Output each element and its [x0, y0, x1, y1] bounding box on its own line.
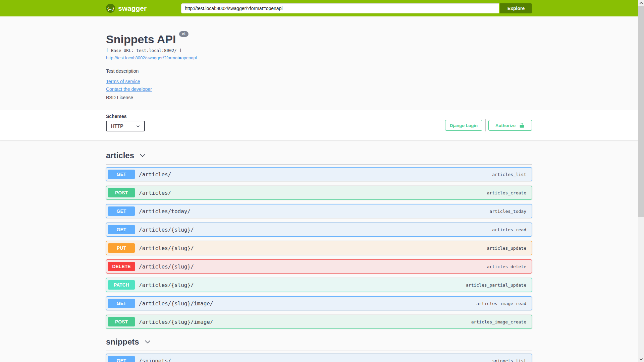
method-badge: POST	[108, 188, 135, 197]
operation-path: /articles/	[139, 190, 171, 196]
chevron-down-icon[interactable]	[144, 338, 151, 346]
operation-row[interactable]: PUT /articles/{slug}/ articles_update	[106, 241, 532, 255]
operation-row[interactable]: GET /articles/{slug}/ articles_read	[106, 223, 532, 237]
operation-id: articles_image_read	[476, 301, 526, 306]
tag-title: snippets	[106, 337, 139, 347]
django-login-button[interactable]: Django Login	[445, 120, 482, 131]
operation-row[interactable]: POST /articles/ articles_create	[106, 186, 532, 200]
info-section: Snippets APIv1 [ Base URL: test.local:80…	[106, 16, 532, 100]
schemes-select[interactable]: HTTP	[106, 121, 145, 131]
section-header-articles[interactable]: articles	[106, 150, 146, 160]
operation-path: /snippets/	[139, 358, 171, 362]
api-sections: articles GET /articles/ articles_list PO…	[106, 150, 532, 362]
scroll-thumb[interactable]	[638, 6, 644, 217]
explore-button[interactable]: Explore	[500, 3, 532, 13]
method-badge: PATCH	[108, 280, 135, 290]
page-title: Snippets API	[106, 33, 176, 46]
operation-id: articles_create	[487, 190, 526, 195]
auth-divider	[485, 119, 486, 131]
method-badge: PUT	[108, 243, 135, 253]
topbar: {…} swagger Explore	[0, 0, 638, 16]
operation-id: articles_image_create	[471, 319, 526, 324]
spec-link[interactable]: http://test.local:8002/swagger/?format=o…	[106, 55, 197, 60]
schemes-block: Schemes HTTP	[106, 114, 145, 131]
method-badge: GET	[108, 225, 135, 234]
schemes-label: Schemes	[106, 114, 145, 119]
chevron-down-icon	[136, 124, 140, 128]
license-text: BSD License	[106, 95, 532, 100]
scrollbar[interactable]	[638, 0, 644, 362]
contact-developer-link[interactable]: Contact the developer	[106, 86, 152, 92]
operation-id: articles_list	[492, 172, 526, 177]
operation-id: articles_today	[489, 209, 526, 214]
method-badge: POST	[108, 317, 135, 326]
tag-title: articles	[106, 150, 134, 160]
operation-path: /articles/{slug}/	[139, 245, 194, 251]
operation-id: snippets_list	[492, 358, 526, 362]
operation-row[interactable]: GET /snippets/ snippets_list	[106, 354, 532, 362]
authorize-label: Authorize	[495, 123, 516, 128]
operation-id: articles_partial_update	[466, 283, 526, 288]
operation-path: /articles/{slug}/image/	[139, 300, 213, 307]
method-badge: GET	[108, 356, 135, 362]
operation-id: articles_update	[487, 246, 526, 251]
scroll-down-button[interactable]	[638, 356, 644, 362]
terms-of-service-link[interactable]: Terms of service	[106, 79, 140, 84]
scheme-container: Schemes HTTP Django Login Authorize	[0, 110, 638, 140]
method-badge: GET	[108, 170, 135, 179]
authorize-button[interactable]: Authorize	[488, 120, 532, 131]
auth-wrapper: Django Login Authorize	[445, 119, 532, 131]
schemes-selected-value: HTTP	[111, 123, 123, 129]
operation-row[interactable]: GET /articles/today/ articles_today	[106, 204, 532, 218]
operation-path: /articles/today/	[139, 208, 191, 215]
operation-path: /articles/{slug}/	[139, 282, 194, 288]
swagger-logo[interactable]: {…} swagger	[106, 4, 147, 13]
method-badge: GET	[108, 299, 135, 308]
operation-row[interactable]: GET /articles/{slug}/image/ articles_ima…	[106, 296, 532, 310]
api-description: Test description	[106, 68, 532, 74]
operation-row[interactable]: DELETE /articles/{slug}/ articles_delete	[106, 259, 532, 274]
curly-braces-icon: {…}	[106, 4, 115, 13]
base-url: [ Base URL: test.local:8002/ ]	[106, 48, 532, 53]
operation-id: articles_delete	[487, 264, 526, 269]
method-badge: DELETE	[108, 262, 135, 271]
chevron-down-icon[interactable]	[139, 152, 146, 159]
operation-path: /articles/{slug}/	[139, 263, 194, 270]
scroll-up-button[interactable]	[638, 0, 644, 6]
section-divider	[106, 351, 532, 351]
section-divider	[106, 164, 532, 165]
method-badge: GET	[108, 206, 135, 216]
operation-path: /articles/	[139, 171, 171, 178]
operation-row[interactable]: PATCH /articles/{slug}/ articles_partial…	[106, 278, 532, 292]
download-url-form: Explore	[181, 3, 532, 13]
version-badge: v1	[179, 31, 188, 37]
brand-text: swagger	[118, 4, 147, 12]
operation-id: articles_read	[492, 227, 526, 232]
section-header-snippets[interactable]: snippets	[106, 337, 151, 347]
operation-path: /articles/{slug}/	[139, 227, 194, 233]
api-url-input[interactable]	[181, 3, 499, 13]
operation-path: /articles/{slug}/image/	[139, 319, 213, 325]
operation-row[interactable]: POST /articles/{slug}/image/ articles_im…	[106, 315, 532, 329]
unlock-icon	[519, 122, 525, 128]
operation-row[interactable]: GET /articles/ articles_list	[106, 167, 532, 181]
